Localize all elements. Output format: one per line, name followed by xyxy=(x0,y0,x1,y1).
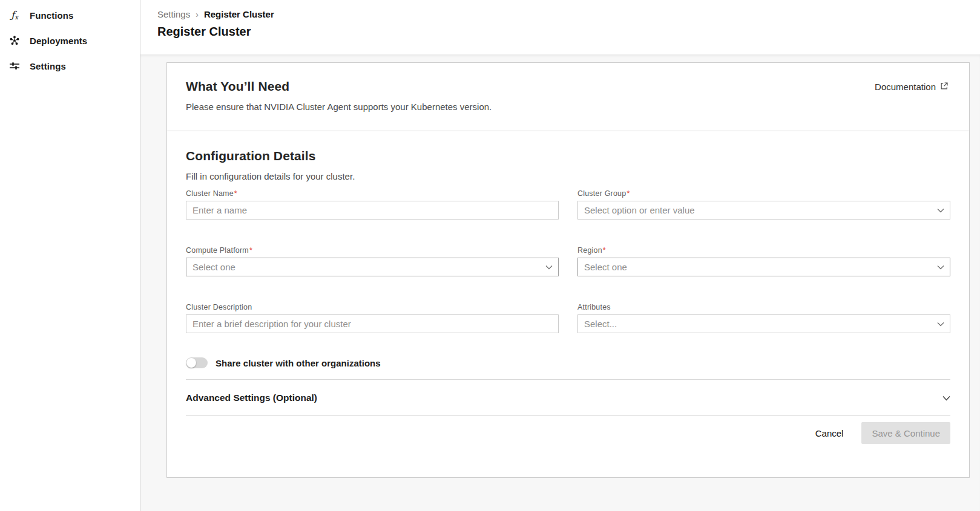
advanced-settings-label: Advanced Settings (Optional) xyxy=(186,392,317,403)
cluster-name-input[interactable] xyxy=(186,201,559,220)
share-cluster-row: Share cluster with other organizations xyxy=(186,357,950,368)
form-actions: Cancel Save & Continue xyxy=(186,422,950,444)
field-label: Region* xyxy=(577,246,950,255)
cluster-name-field: Cluster Name* xyxy=(186,189,559,220)
what-youll-need-section: What You’ll Need Please ensure that NVID… xyxy=(167,63,969,131)
share-cluster-label: Share cluster with other organizations xyxy=(215,358,381,368)
external-link-icon xyxy=(940,82,949,92)
save-continue-button[interactable]: Save & Continue xyxy=(861,422,950,444)
chevron-down-icon xyxy=(937,265,944,270)
section-title: What You’ll Need xyxy=(186,79,950,94)
chevron-down-icon xyxy=(942,392,950,403)
app-window: ƒx Functions xyxy=(0,0,980,511)
sliders-icon xyxy=(8,60,21,71)
required-marker: * xyxy=(626,189,630,198)
field-label: Compute Platform* xyxy=(186,246,559,255)
page-title: Register Cluster xyxy=(157,25,980,39)
compute-platform-select[interactable] xyxy=(186,258,559,276)
function-fx-icon: ƒx xyxy=(8,10,21,21)
sidebar-item-label: Deployments xyxy=(30,36,87,46)
sidebar-item-deployments[interactable]: Deployments xyxy=(0,28,140,53)
share-cluster-toggle[interactable] xyxy=(186,357,208,368)
content-area: What You’ll Need Please ensure that NVID… xyxy=(140,54,980,511)
page-header: Settings › Register Cluster Register Clu… xyxy=(140,0,980,54)
sidebar-item-functions[interactable]: ƒx Functions xyxy=(0,3,140,28)
breadcrumb: Settings › Register Cluster xyxy=(157,9,980,19)
field-label: Cluster Description xyxy=(186,303,559,311)
chevron-down-icon xyxy=(545,265,553,270)
cluster-group-field: Cluster Group* xyxy=(577,189,950,220)
configuration-form: Cluster Name* Cluster Group* xyxy=(186,189,950,333)
chevron-down-icon xyxy=(937,322,944,327)
breadcrumb-settings-link[interactable]: Settings xyxy=(157,9,190,19)
toggle-knob xyxy=(186,358,196,368)
configuration-details-section: Configuration Details Fill in configurat… xyxy=(167,131,969,444)
sidebar-item-label: Functions xyxy=(30,10,74,21)
cluster-description-field: Cluster Description xyxy=(186,303,559,333)
region-field: Region* xyxy=(577,246,950,276)
field-label: Cluster Group* xyxy=(577,189,950,198)
advanced-settings-accordion[interactable]: Advanced Settings (Optional) xyxy=(186,380,950,416)
required-marker: * xyxy=(249,246,252,255)
cancel-button[interactable]: Cancel xyxy=(802,422,857,444)
field-label: Attributes xyxy=(577,303,950,311)
breadcrumb-separator-icon: › xyxy=(196,10,199,19)
field-label: Cluster Name* xyxy=(186,189,559,198)
cluster-description-input[interactable] xyxy=(186,314,559,333)
region-select[interactable] xyxy=(577,258,950,276)
required-marker: * xyxy=(603,246,606,255)
required-marker: * xyxy=(234,189,237,198)
chevron-down-icon xyxy=(937,208,944,213)
documentation-link[interactable]: Documentation xyxy=(875,82,949,92)
attributes-field: Attributes xyxy=(577,303,950,333)
main-area: Settings › Register Cluster Register Clu… xyxy=(140,0,980,511)
sidebar-item-settings[interactable]: Settings xyxy=(0,53,140,79)
section-title: Configuration Details xyxy=(186,149,950,163)
section-subtitle: Fill in configuration details for your c… xyxy=(186,171,950,181)
attributes-select[interactable] xyxy=(577,314,950,333)
sidebar: ƒx Functions xyxy=(0,0,140,511)
section-description: Please ensure that NVIDIA Cluster Agent … xyxy=(186,102,950,112)
breadcrumb-current: Register Cluster xyxy=(204,9,274,19)
register-cluster-card: What You’ll Need Please ensure that NVID… xyxy=(166,62,970,478)
sidebar-item-label: Settings xyxy=(30,61,66,71)
documentation-link-label: Documentation xyxy=(875,82,936,92)
cluster-nodes-icon xyxy=(8,35,21,46)
cluster-group-combobox[interactable] xyxy=(577,201,950,220)
compute-platform-field: Compute Platform* xyxy=(186,246,559,276)
